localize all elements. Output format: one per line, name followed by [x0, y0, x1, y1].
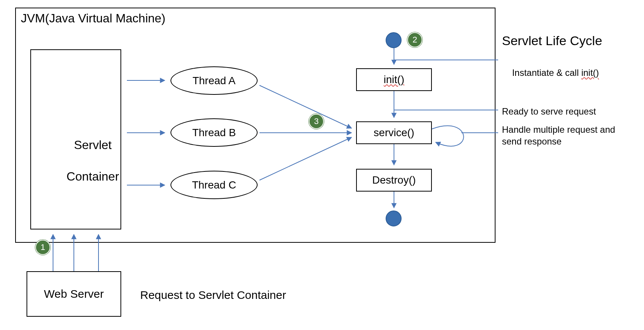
servlet-container-label: Servlet Container [53, 121, 119, 200]
annotation-handle: Handle multiple request and send respons… [502, 124, 631, 147]
thread-b-label: Thread B [192, 127, 236, 139]
annotation-handle-line2: send response [502, 136, 561, 146]
annotation-ready: Ready to serve request [502, 105, 596, 117]
init-box: init() [356, 68, 432, 91]
request-label: Request to Servlet Container [140, 288, 286, 302]
annotation-instantiate-method: init() [581, 68, 599, 78]
destroy-label: Destroy() [372, 174, 416, 186]
lifecycle-end-circle [386, 211, 402, 226]
servlet-container-line2: Container [67, 170, 119, 183]
init-label: init() [384, 74, 404, 86]
badge-2: 2 [407, 32, 422, 47]
web-server-box: Web Server [27, 271, 121, 317]
web-server-label: Web Server [44, 288, 104, 300]
badge-2-num: 2 [413, 35, 417, 45]
jvm-title: JVM(Java Virtual Machine) [21, 11, 166, 27]
badge-3-num: 3 [314, 116, 319, 126]
service-box: service() [356, 121, 432, 144]
thread-a-label: Thread A [192, 75, 236, 87]
diagram-stage: JVM(Java Virtual Machine) Servlet Contai… [0, 0, 644, 330]
thread-c-ellipse: Thread C [170, 171, 258, 199]
badge-1-num: 1 [41, 242, 45, 252]
destroy-box: Destroy() [356, 169, 432, 192]
servlet-container-line1: Servlet [74, 138, 112, 152]
badge-1: 1 [35, 240, 50, 255]
annotation-handle-line1: Handle multiple request and [502, 124, 615, 135]
annotation-instantiate-prefix: Instantiate & call [512, 68, 581, 78]
badge-3: 3 [309, 114, 324, 129]
service-label: service() [374, 127, 414, 139]
thread-c-label: Thread C [192, 179, 236, 191]
lifecycle-start-circle [386, 32, 402, 48]
thread-a-ellipse: Thread A [170, 66, 258, 95]
thread-b-ellipse: Thread B [170, 118, 258, 147]
annotation-instantiate: Instantiate & call init() [502, 55, 599, 91]
lifecycle-title: Servlet Life Cycle [502, 32, 602, 49]
